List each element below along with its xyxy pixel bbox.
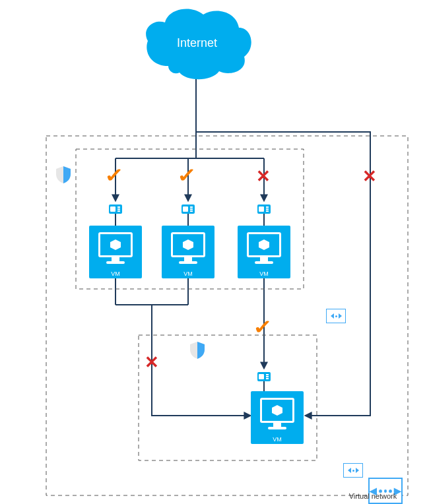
vm-node: VM [251, 391, 304, 444]
vm-label: VM [238, 270, 290, 277]
svg-rect-0 [46, 136, 408, 495]
nic-icon [182, 205, 195, 214]
nic-icon [257, 205, 271, 214]
shield-icon [56, 166, 71, 183]
vm-node: VM [162, 226, 214, 278]
deny-icon: ✕ [362, 166, 377, 187]
shield-icon [190, 342, 205, 359]
vm-node: VM [89, 226, 142, 278]
vnet-icon: ◀ ▶ [368, 478, 403, 504]
deny-icon: ✕ [145, 352, 159, 373]
vm-label: VM [162, 270, 214, 277]
allow-icon: ✓ [104, 164, 124, 187]
allow-icon: ✓ [253, 315, 273, 338]
vnet-label: Virtual network [346, 492, 399, 500]
internet-label: Internet [177, 36, 217, 50]
subnet-icon [326, 309, 346, 323]
vm-label: VM [89, 270, 142, 277]
vm-label: VM [251, 436, 304, 443]
nic-icon [109, 205, 122, 214]
diagram-stage: Internet Network security group ✓ ✓ ✕ ✕ … [0, 0, 429, 504]
nic-icon [257, 372, 271, 381]
vm-node: VM [238, 226, 290, 278]
allow-icon: ✓ [177, 164, 197, 187]
subnet-icon [343, 463, 363, 478]
deny-icon: ✕ [256, 166, 271, 187]
